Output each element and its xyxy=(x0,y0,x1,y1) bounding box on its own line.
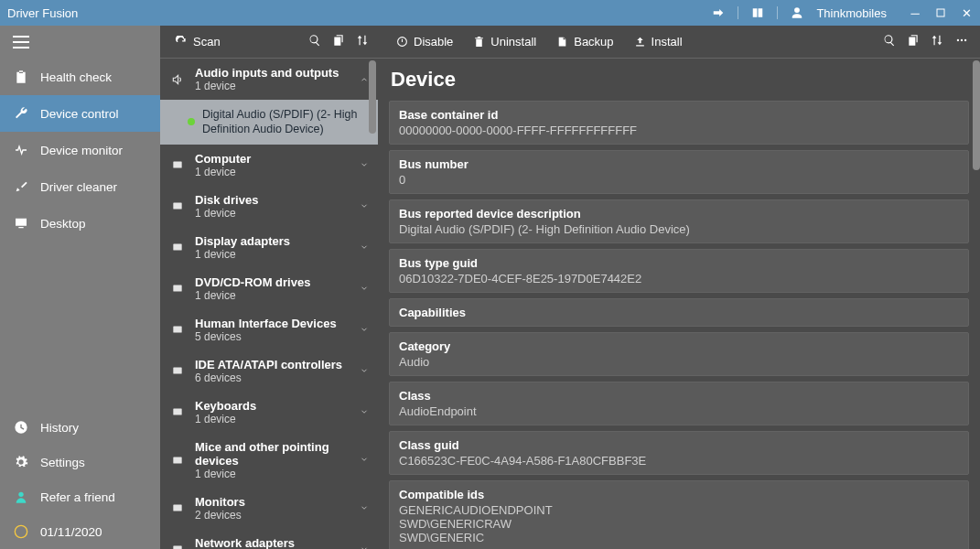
scrollbar[interactable] xyxy=(973,60,980,170)
sidebar-item-history[interactable]: History xyxy=(0,410,160,445)
install-button[interactable]: Install xyxy=(627,31,690,52)
close-icon[interactable]: ✕ xyxy=(960,6,973,19)
category-count: 2 devices xyxy=(195,509,350,522)
category-title: Display adapters xyxy=(195,234,350,248)
category-mice-and-other-pointing-devices[interactable]: Mice and other pointing devices1 device xyxy=(160,433,378,488)
category-monitors[interactable]: Monitors2 devices xyxy=(160,488,378,529)
gear-icon xyxy=(13,455,29,469)
detail-toolbar: Disable Uninstall Backup Install xyxy=(378,26,980,59)
svg-rect-7 xyxy=(173,327,181,333)
svg-rect-12 xyxy=(173,546,181,550)
search-icon[interactable] xyxy=(883,34,896,49)
maximize-icon[interactable] xyxy=(934,6,947,19)
app-title: Driver Fusion xyxy=(7,6,712,20)
user-icon[interactable] xyxy=(791,6,803,19)
category-human-interface-devices[interactable]: Human Interface Devices5 devices xyxy=(160,309,378,350)
property-label: Category xyxy=(399,339,959,353)
sidebar-item-health-check[interactable]: Health check xyxy=(0,59,160,95)
category-title: Keyboards xyxy=(195,399,350,413)
copy-icon[interactable] xyxy=(332,34,345,49)
svg-point-2 xyxy=(15,525,27,537)
property-base-container-id: Base container id00000000-0000-0000-FFFF… xyxy=(389,101,969,145)
category-title: Mice and other pointing devices xyxy=(195,440,350,468)
username[interactable]: Thinkmobiles xyxy=(816,6,887,20)
category-count: 1 device xyxy=(195,248,350,261)
network-icon xyxy=(169,543,186,549)
sidebar-item-label: Health check xyxy=(40,70,112,84)
category-ide-ata-atapi-controllers[interactable]: IDE ATA/ATAPI controllers6 devices xyxy=(160,350,378,392)
category-count: 1 device xyxy=(195,207,350,220)
share-icon[interactable] xyxy=(712,6,725,19)
scan-button[interactable]: Scan xyxy=(169,31,226,52)
svg-rect-11 xyxy=(173,505,181,511)
property-label: Bus reported device description xyxy=(399,207,959,221)
status-dot-icon xyxy=(188,118,195,125)
sort-icon[interactable] xyxy=(931,34,943,49)
property-label: Capabilities xyxy=(399,306,959,319)
sidebar-item-device-monitor[interactable]: Device monitor xyxy=(0,132,160,168)
backup-button[interactable]: Backup xyxy=(549,31,620,52)
category-title: Computer xyxy=(195,152,350,166)
detail-body: Device Base container id00000000-0000-00… xyxy=(378,59,980,549)
detail-panel: Disable Uninstall Backup Install Device … xyxy=(378,26,980,549)
dvd-icon xyxy=(169,282,186,295)
book-icon[interactable] xyxy=(751,6,764,19)
device-list-panel: Scan Audio inputs and outputs1 deviceDig… xyxy=(160,26,378,549)
disable-button[interactable]: Disable xyxy=(389,31,460,52)
sidebar-item-01-11-2020[interactable]: 01/11/2020 xyxy=(0,514,160,549)
category-dvd-cd-rom-drives[interactable]: DVD/CD-ROM drives1 device xyxy=(160,268,378,309)
monitor2-icon xyxy=(169,501,186,514)
sidebar-item-refer-a-friend[interactable]: Refer a friend xyxy=(0,479,160,514)
monitor-icon xyxy=(13,216,29,231)
device-list-toolbar: Scan xyxy=(160,26,378,59)
chevron-down-icon xyxy=(360,543,369,550)
chevron-down-icon xyxy=(360,323,369,337)
property-value: GENERICAUDIOENDPOINTSWD\GENERICRAWSWD\GE… xyxy=(399,503,959,544)
uninstall-button[interactable]: Uninstall xyxy=(466,31,544,52)
minimize-icon[interactable]: ─ xyxy=(909,6,921,19)
property-bus-reported-device-description: Bus reported device descriptionDigital A… xyxy=(389,199,969,243)
svg-point-14 xyxy=(961,39,963,41)
disk-icon xyxy=(169,199,186,212)
titlebar-actions: Thinkmobiles ─ ✕ xyxy=(712,6,973,20)
property-label: Bus type guid xyxy=(399,256,959,270)
sidebar-item-settings[interactable]: Settings xyxy=(0,445,160,479)
sidebar: Health checkDevice controlDevice monitor… xyxy=(0,26,160,549)
hamburger-button[interactable] xyxy=(0,26,160,59)
alert-icon xyxy=(13,524,29,539)
chevron-down-icon xyxy=(360,241,369,254)
chevron-down-icon xyxy=(360,199,369,213)
sidebar-item-driver-cleaner[interactable]: Driver cleaner xyxy=(0,168,160,205)
hid-icon xyxy=(169,323,186,336)
category-network-adapters[interactable]: Network adapters5 devices xyxy=(160,529,378,550)
category-disk-drives[interactable]: Disk drives1 device xyxy=(160,186,378,227)
scan-label: Scan xyxy=(193,35,221,48)
mouse-icon xyxy=(169,454,186,467)
more-icon[interactable] xyxy=(954,34,969,49)
property-compatible-ids: Compatible idsGENERICAUDIOENDPOINTSWD\GE… xyxy=(389,480,969,549)
category-title: Human Interface Devices xyxy=(195,317,350,330)
category-computer[interactable]: Computer1 device xyxy=(160,145,378,186)
category-count: 6 devices xyxy=(195,371,350,384)
category-title: Network adapters xyxy=(195,536,350,550)
sort-icon[interactable] xyxy=(356,34,369,49)
sidebar-item-label: Refer a friend xyxy=(40,490,115,504)
search-icon[interactable] xyxy=(308,34,321,49)
sidebar-item-desktop[interactable]: Desktop xyxy=(0,205,160,242)
property-category: CategoryAudio xyxy=(389,332,969,376)
category-keyboards[interactable]: Keyboards1 device xyxy=(160,392,378,433)
category-audio-inputs-and-outputs[interactable]: Audio inputs and outputs1 device xyxy=(160,59,378,100)
chevron-up-icon xyxy=(360,72,369,86)
sidebar-item-label: Device control xyxy=(40,107,119,121)
category-display-adapters[interactable]: Display adapters1 device xyxy=(160,227,378,268)
detail-title: Device xyxy=(391,68,969,92)
copy-icon[interactable] xyxy=(907,34,920,49)
sidebar-item-device-control[interactable]: Device control xyxy=(0,95,160,132)
chevron-down-icon xyxy=(360,364,369,378)
chevron-down-icon xyxy=(360,405,369,419)
scrollbar[interactable] xyxy=(369,60,376,134)
keyboard-icon xyxy=(169,405,186,418)
category-title: Audio inputs and outputs xyxy=(195,66,350,80)
device-item[interactable]: Digital Audio (S/PDIF) (2- High Definiti… xyxy=(160,100,378,145)
property-class-guid: Class guidC166523C-FE0C-4A94-A586-F1A80C… xyxy=(389,431,969,475)
